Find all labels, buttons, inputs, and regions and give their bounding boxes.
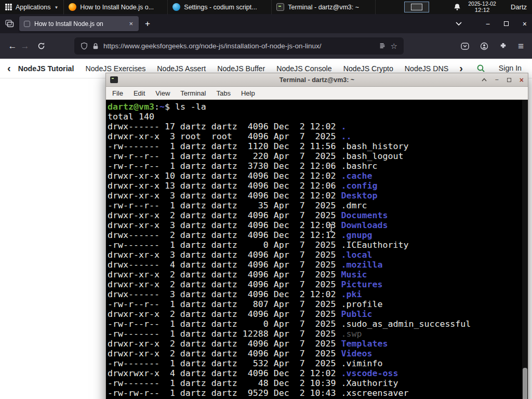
- workspace-switcher[interactable]: [404, 2, 429, 12]
- file-name: .local: [341, 250, 373, 260]
- gfg-nav-item[interactable]: NodeJS Assert: [157, 64, 206, 73]
- gfg-nav-item[interactable]: NodeJS DNS: [405, 64, 448, 73]
- pocket-icon[interactable]: [461, 42, 469, 50]
- terminal-icon: [276, 3, 284, 11]
- file-name: .Xauthority: [341, 378, 398, 388]
- file-name: .mozilla: [341, 260, 383, 270]
- terminal-menu-view[interactable]: View: [150, 89, 175, 97]
- terminal-menu-file[interactable]: File: [107, 89, 128, 97]
- firefox-view-icon[interactable]: [5, 20, 14, 28]
- gfg-nav-item[interactable]: NodeJS Tutorial: [18, 64, 74, 73]
- terminal-line: -rw-rw-r-- 1 dartz dartz 9529 Dec 2 10:4…: [108, 388, 521, 398]
- back-button[interactable]: ←: [6, 41, 19, 51]
- workspace-window-icon: [411, 4, 422, 10]
- system-top-bar: Applications ▼ How to Install Node.js o.…: [0, 0, 532, 14]
- caret-down-icon: ▼: [54, 5, 58, 10]
- forward-button[interactable]: →: [19, 41, 31, 51]
- terminal-line: drwxr-xr-x 3 dartz dartz 4096 Apr 7 2025…: [108, 250, 521, 260]
- gfg-nav-item[interactable]: NodeJS Console: [276, 64, 331, 73]
- file-name: ..: [341, 131, 352, 141]
- file-name: .sudo_as_admin_successful: [341, 319, 471, 329]
- applications-grid-icon: [5, 4, 12, 10]
- file-name: .gnupg: [341, 230, 373, 240]
- terminal-output[interactable]: dartz@vm3:~$ ls -la total 140 drwx------…: [106, 100, 528, 399]
- gfg-nav-item[interactable]: NodeJS Buffer: [217, 64, 265, 73]
- tab-favicon: [24, 21, 30, 27]
- new-tab-button[interactable]: +: [145, 19, 150, 29]
- terminal-line: drwxr-xr-x 13 dartz dartz 4096 Dec 2 12:…: [108, 181, 521, 191]
- terminal-app-icon: [110, 76, 118, 83]
- taskbar-window-label: Settings - codium script...: [184, 4, 257, 11]
- terminal-title: Terminal - dartz@vm3: ~: [280, 76, 354, 84]
- file-name: .dmrc: [341, 201, 367, 210]
- notification-bell-icon[interactable]: [454, 3, 461, 11]
- file-name: .pki: [341, 289, 362, 299]
- terminal-line: -rw-r--r-- 1 dartz dartz 807 Apr 7 2025 …: [108, 299, 521, 309]
- firefox-icon: [69, 3, 76, 11]
- file-name: Music: [341, 270, 367, 280]
- terminal-close-button[interactable]: ×: [520, 76, 524, 84]
- account-icon[interactable]: [480, 42, 488, 50]
- terminal-line: drwx------ 2 dartz dartz 4096 Dec 2 12:1…: [108, 230, 521, 240]
- file-name: .vscode-oss: [341, 368, 398, 378]
- codium-icon: [172, 3, 180, 11]
- terminal-minimize-button[interactable]: −: [495, 76, 499, 84]
- extensions-icon[interactable]: [499, 42, 507, 50]
- terminal-line: -rw-r--r-- 1 dartz dartz 0 Apr 7 2025 .s…: [108, 319, 521, 329]
- tab-title: How to Install Node.js on: [34, 20, 124, 28]
- file-name: .: [341, 122, 347, 131]
- scrollbar-thumb[interactable]: [523, 368, 527, 399]
- terminal-shade-icon[interactable]: [482, 78, 487, 82]
- terminal-line: drwxr-xr-x 2 dartz dartz 4096 Apr 7 2025…: [108, 210, 521, 220]
- clock-time: 12:12: [475, 7, 490, 14]
- gfg-nav-item[interactable]: NodeJS Crypto: [343, 64, 393, 73]
- reload-icon[interactable]: [37, 42, 45, 50]
- taskbar-window-button[interactable]: How to Install Node.js o...: [64, 0, 168, 14]
- url-text[interactable]: https://www.geeksforgeeks.org/node-js/in…: [103, 42, 374, 50]
- url-bar[interactable]: https://www.geeksforgeeks.org/node-js/in…: [74, 37, 404, 55]
- user-menu[interactable]: Dartz: [503, 3, 527, 11]
- terminal-total-line: total 140: [108, 112, 521, 122]
- taskbar-window-label: How to Install Node.js o...: [80, 4, 154, 11]
- terminal-line: drwxr-xr-x 2 dartz dartz 4096 Apr 7 2025…: [108, 349, 521, 358]
- terminal-line: drwxr-xr-x 2 dartz dartz 4096 Apr 7 2025…: [108, 270, 521, 280]
- terminal-line: -rw-r--r-- 1 dartz dartz 35 Apr 7 2025 .…: [108, 201, 521, 210]
- file-name: Documents: [341, 210, 388, 220]
- terminal-line: -rw------- 1 dartz dartz 1120 Dec 2 11:5…: [108, 141, 521, 151]
- tracking-shield-icon[interactable]: [81, 42, 88, 50]
- window-minimize-button[interactable]: −: [486, 20, 490, 28]
- tab-close-icon[interactable]: ×: [128, 20, 134, 28]
- terminal-line: drwx------ 3 dartz dartz 4096 Dec 2 12:0…: [108, 289, 521, 299]
- terminal-menu-help[interactable]: Help: [236, 89, 260, 97]
- bookmark-star-icon[interactable]: ☆: [391, 42, 397, 51]
- terminal-title-bar[interactable]: Terminal - dartz@vm3: ~ − ×: [106, 73, 528, 87]
- terminal-scrollbar[interactable]: [522, 100, 528, 399]
- terminal-menu-tabs[interactable]: Tabs: [211, 89, 235, 97]
- window-maximize-button[interactable]: [504, 21, 509, 26]
- terminal-menu-terminal[interactable]: Terminal: [175, 89, 211, 97]
- taskbar-window-button[interactable]: Terminal - dartz@vm3: ~: [272, 0, 376, 14]
- gfg-nav-item[interactable]: NodeJS Exercises: [85, 64, 145, 73]
- nav-scroll-left-icon[interactable]: ‹: [7, 62, 11, 74]
- applications-menu-button[interactable]: Applications ▼: [0, 0, 64, 14]
- reader-view-icon[interactable]: [379, 43, 386, 50]
- file-name: Downloads: [341, 220, 388, 230]
- file-name: .config: [341, 181, 378, 191]
- taskbar-window-button[interactable]: Settings - codium script...: [168, 0, 272, 14]
- topbar-status-area: 2025-12-02 12:12 Dartz: [454, 0, 532, 14]
- file-name: Public: [341, 309, 373, 319]
- search-icon[interactable]: [476, 64, 485, 73]
- terminal-maximize-button[interactable]: [507, 78, 511, 82]
- clock[interactable]: 2025-12-02 12:12: [468, 1, 496, 14]
- terminal-menu-edit[interactable]: Edit: [128, 89, 150, 97]
- terminal-line: -rw------- 1 dartz dartz 0 Apr 7 2025 .I…: [108, 240, 521, 250]
- taskbar-window-label: Terminal - dartz@vm3: ~: [288, 4, 359, 11]
- terminal-line: drwxr-xr-x 10 dartz dartz 4096 Dec 2 12:…: [108, 171, 521, 181]
- hamburger-menu-icon[interactable]: ≡: [518, 41, 524, 51]
- sign-in-button[interactable]: Sign In: [499, 64, 522, 72]
- browser-tab[interactable]: How to Install Node.js on ×: [19, 16, 139, 31]
- padlock-icon[interactable]: [92, 43, 99, 50]
- window-close-button[interactable]: ×: [523, 20, 527, 28]
- browser-toolbar: ← → https://www.geeksforgeeks.org/node-j…: [0, 33, 532, 59]
- list-all-tabs-icon[interactable]: [456, 22, 462, 26]
